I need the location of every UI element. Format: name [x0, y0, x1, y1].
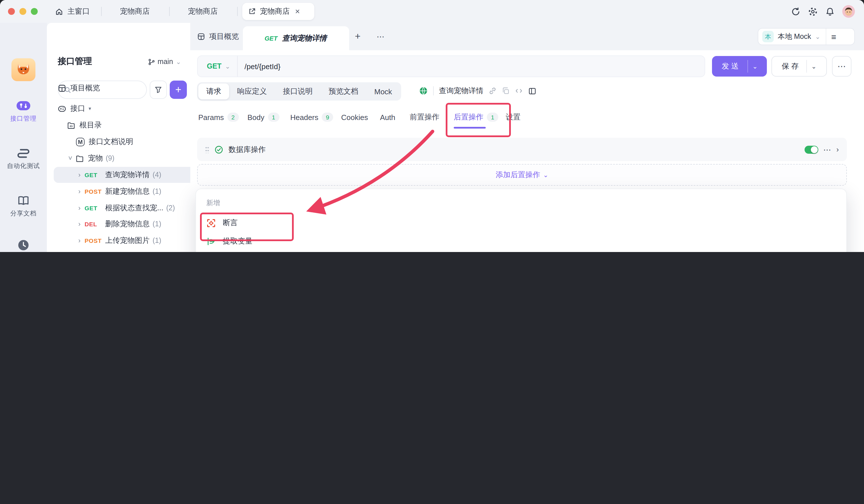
tab-body[interactable]: Body 1	[248, 104, 279, 130]
gear-icon[interactable]	[808, 7, 818, 16]
menu-section-new: 新增	[206, 197, 220, 208]
book-icon	[0, 194, 47, 207]
url-path[interactable]: /pet/{petId}	[244, 62, 280, 71]
chevron-right-icon: ›	[76, 204, 83, 212]
tab-cookies[interactable]: Cookies	[341, 104, 368, 130]
step-label: 数据库操作	[229, 144, 266, 155]
tab-response-definition[interactable]: 响应定义	[229, 83, 275, 99]
divider	[806, 60, 806, 73]
tab-home[interactable]: 主窗口	[55, 0, 90, 23]
view-mode-row: 请求 响应定义 接口说明 预览文档 Mock 查询宠物详情	[190, 78, 864, 104]
rail-item-request-history[interactable]: 请求历史	[0, 239, 47, 252]
tree-count: (2)	[166, 204, 175, 212]
copy-icon[interactable]	[502, 87, 510, 95]
sidebar-item-apis[interactable]: 接口 ▾	[54, 100, 189, 117]
tab-label: 预览文档	[328, 86, 358, 97]
sidebar-item-project-overview[interactable]: 项目概览	[54, 80, 189, 96]
sidebar-item-root-folder[interactable]: 根目录	[54, 117, 198, 133]
tab-request[interactable]: 请求	[198, 83, 229, 99]
code-icon[interactable]	[515, 87, 523, 95]
tab-more-button[interactable]: ⋯	[376, 23, 385, 50]
branch-selector[interactable]: main ⌄	[148, 58, 181, 66]
send-label: 发 送	[722, 61, 739, 71]
method-badge: DEL	[85, 220, 105, 227]
user-avatar[interactable]	[842, 5, 855, 18]
chevron-down-icon[interactable]: ⌄	[811, 62, 816, 70]
chevron-right-icon: ›	[76, 188, 83, 195]
request-more-button[interactable]: ⋯	[832, 56, 851, 76]
bell-icon[interactable]	[825, 7, 835, 16]
tab-project-overview[interactable]: 项目概览	[197, 23, 239, 50]
chevron-down-icon: ⌄	[225, 62, 230, 70]
chevron-down-icon[interactable]: ⌄	[752, 62, 757, 70]
drag-handle-icon[interactable]	[205, 146, 209, 153]
chevron-right-icon: ›	[76, 220, 83, 228]
kebab-icon: ⋯	[837, 61, 846, 71]
sidebar-item-post-upload-image[interactable]: › POST 上传宠物图片 (1)	[54, 232, 207, 249]
traffic-minimize-button[interactable]	[20, 8, 26, 15]
tab-mock[interactable]: Mock	[366, 83, 400, 99]
traffic-zoom-button[interactable]	[31, 8, 38, 15]
project-logo[interactable]	[11, 58, 35, 81]
tree-label: 删除宠物信息	[105, 219, 150, 229]
tab-preview-docs[interactable]: 预览文档	[321, 83, 366, 99]
kebab-icon[interactable]: ⋯	[823, 145, 831, 154]
traffic-close-button[interactable]	[8, 8, 15, 15]
environment-selector[interactable]: 本 本地 Mock ⌄ ≡	[758, 28, 855, 45]
sidebar-item-get-pet-detail[interactable]: › GET 查询宠物详情 (4)	[54, 167, 207, 183]
tab-label: 前置操作	[410, 112, 440, 122]
overview-grid-icon	[197, 33, 205, 40]
env-label: 本地 Mock	[778, 32, 811, 41]
sidebar-item-get-find-by-status[interactable]: › GET 根据状态查找宠... (2)	[54, 200, 207, 216]
chevron-right-icon[interactable]: ›	[836, 145, 839, 154]
url-input[interactable]: GET ⌄ /pet/{petId}	[197, 56, 705, 77]
send-button[interactable]: 发 送 ⌄	[712, 56, 767, 76]
annotation-box-post-operations	[446, 103, 511, 137]
method-select[interactable]: GET	[207, 62, 221, 70]
tab-params[interactable]: Params 2	[198, 104, 239, 130]
tab-label: 响应定义	[237, 86, 267, 97]
sidebar-item-post-create-pet[interactable]: › POST 新建宠物信息 (1)	[54, 183, 207, 200]
annotation-box-assertion	[200, 213, 294, 241]
chevron-down-icon: ⌄	[815, 33, 820, 40]
method-badge: GET	[265, 35, 277, 42]
env-badge-icon: 本	[762, 31, 774, 42]
tab-label: Headers	[290, 113, 318, 121]
tree-label: 查询宠物详情	[105, 170, 150, 180]
tab-petstore-1[interactable]: 宠物商店	[120, 0, 150, 23]
post-op-step-database[interactable]: 数据库操作 ⋯ ›	[197, 138, 847, 161]
tab-api-description[interactable]: 接口说明	[275, 83, 321, 99]
tab-petstore-2[interactable]: 宠物商店	[188, 0, 218, 23]
step-enabled-toggle[interactable]	[804, 145, 818, 154]
sidebar-folder-pets[interactable]: ˅ 宠物 (9)	[54, 150, 198, 166]
tab-get-pet-detail-active[interactable]: GET 查询宠物详情	[243, 26, 349, 50]
close-icon[interactable]: ✕	[295, 8, 300, 15]
link-icon[interactable]	[489, 87, 496, 95]
tab-headers[interactable]: Headers 9	[290, 104, 333, 130]
env-menu-icon[interactable]: ≡	[831, 32, 836, 41]
method-badge: POST	[85, 237, 105, 244]
save-button[interactable]: 保 存 ⌄	[771, 56, 827, 76]
chevron-down-icon: ⌄	[543, 171, 548, 179]
sidebar-item-put-update-pet[interactable]: › PUT 修改宠物信息 (2)	[54, 249, 207, 252]
sidebar-item-api-doc-note[interactable]: M 接口文档说明	[54, 134, 207, 150]
count-badge: 2	[227, 112, 239, 122]
rail-item-api-management[interactable]: 接口管理	[0, 99, 47, 123]
tab-pre-operations[interactable]: 前置操作	[410, 104, 440, 130]
split-panel-icon[interactable]	[528, 86, 537, 95]
rail-item-share-docs[interactable]: 分享文档	[0, 194, 47, 218]
sidebar-item-del-pet[interactable]: › DEL 删除宠物信息 (1)	[54, 216, 207, 232]
titlebar: 主窗口 宠物商店 宠物商店 宠物商店 ✕	[0, 0, 864, 23]
tab-label: Params	[198, 113, 224, 121]
tab-auth[interactable]: Auth	[380, 104, 395, 130]
add-post-operation-label: 添加后置操作	[496, 170, 540, 180]
tab-petstore-active[interactable]: 宠物商店 ✕	[242, 3, 314, 20]
new-tab-button[interactable]: +	[355, 23, 361, 50]
app-window: 主窗口 宠物商店 宠物商店 宠物商店 ✕	[0, 0, 864, 252]
refresh-icon[interactable]	[791, 7, 801, 16]
quick-link-label[interactable]: 查询宠物详情	[439, 86, 483, 96]
rail-item-automation[interactable]: 自动化测试	[0, 147, 47, 170]
tree-count: (1)	[153, 237, 161, 244]
markdown-icon: M	[76, 137, 85, 146]
add-post-operation-button[interactable]: 添加后置操作 ⌄	[197, 164, 847, 186]
